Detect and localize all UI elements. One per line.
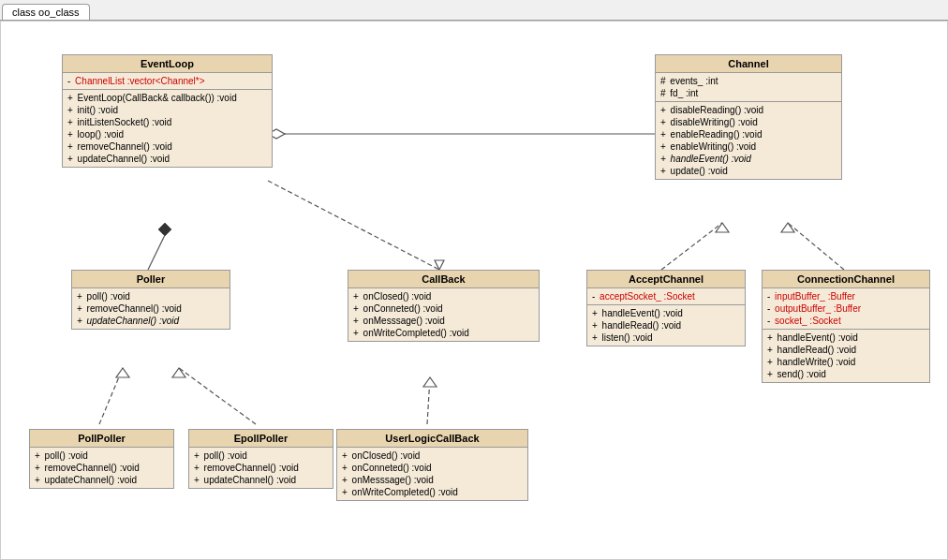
class-epollpoller-methods: + poll() :void + removeChannel() :void +…	[189, 448, 333, 488]
class-epollpoller-title: EpollPoller	[189, 430, 333, 448]
eventloop-m3: + initListenSocket() :void	[67, 116, 267, 128]
eventloop-m1: + EventLoop(CallBack& callback()) :void	[67, 92, 267, 104]
callback-m3: + onMesssage() :void	[353, 315, 534, 327]
channel-m2: + disableWriting() :void	[660, 116, 837, 128]
epollpoller-m2: + removeChannel() :void	[194, 462, 328, 474]
svg-line-4	[268, 181, 439, 270]
callback-m1: + onClosed() :void	[353, 290, 534, 302]
class-callback-methods: + onClosed() :void + onConneted() :void …	[348, 288, 539, 341]
svg-line-10	[427, 377, 430, 424]
class-userlogiccallback-methods: + onClosed() :void + onConneted() :void …	[337, 448, 527, 500]
connectionchannel-attr-1: - inputBuffer_ :Buffer	[767, 290, 925, 302]
class-userlogiccallback: UserLogicCallBack + onClosed() :void + o…	[336, 429, 528, 501]
class-poller-methods: + poll() :void + removeChannel() :void +…	[72, 288, 230, 329]
eventloop-m6: + updateChannel() :void	[67, 153, 267, 165]
svg-line-12	[661, 223, 722, 270]
class-poller: Poller + poll() :void + removeChannel() …	[71, 270, 230, 330]
userlogiccallback-m1: + onClosed() :void	[342, 449, 523, 462]
callback-m4: + onWriteCompleted() :void	[353, 327, 534, 339]
eventloop-m4: + loop() :void	[67, 128, 267, 140]
userlogiccallback-m4: + onWriteCompleted() :void	[342, 486, 523, 498]
class-pollpoller-title: PollPoller	[30, 430, 173, 448]
eventloop-m5: + removeChannel() :void	[67, 140, 267, 153]
userlogiccallback-m2: + onConneted() :void	[342, 462, 523, 474]
class-acceptchannel-methods: + handleEvent() :void + handleRead() :vo…	[587, 305, 745, 346]
eventloop-attr-1: - ChannelList :vector<Channel*>	[67, 75, 267, 87]
channel-m1: + disableReading() :void	[660, 104, 837, 116]
callback-m2: + onConneted() :void	[353, 302, 534, 315]
connectionchannel-m1: + handleEvent() :void	[767, 332, 925, 344]
acceptchannel-m1: + handleEvent() :void	[592, 307, 740, 319]
channel-m3: + enableReading() :void	[660, 128, 837, 140]
userlogiccallback-m3: + onMesssage() :void	[342, 474, 523, 486]
poller-m1: + poll() :void	[77, 290, 225, 302]
connectionchannel-attr-3: - socket_ :Socket	[767, 315, 925, 327]
acceptchannel-m2: + handleRead() :void	[592, 319, 740, 332]
connectionchannel-m3: + handleWrite() :void	[767, 356, 925, 368]
svg-marker-13	[716, 223, 729, 232]
pollpoller-m2: + removeChannel() :void	[35, 462, 169, 474]
class-acceptchannel-attrs: - acceptSocket_ :Socket	[587, 288, 745, 305]
connectionchannel-m4: + send() :void	[767, 368, 925, 380]
svg-marker-11	[423, 377, 437, 387]
svg-marker-7	[116, 368, 129, 377]
pollpoller-m1: + poll() :void	[35, 449, 169, 462]
class-connectionchannel-title: ConnectionChannel	[763, 271, 929, 288]
svg-line-8	[179, 368, 256, 424]
connectionchannel-attr-2: - outputBuffer_ :Buffer	[767, 302, 925, 315]
pollpoller-m3: + updateChannel() :void	[35, 474, 169, 486]
connectionchannel-m2: + handleRead() :void	[767, 344, 925, 356]
channel-m4: + enableWriting() :void	[660, 140, 837, 153]
svg-line-14	[788, 223, 844, 270]
class-channel-attrs: # events_ :int # fd_ :int	[656, 73, 841, 102]
class-pollpoller: PollPoller + poll() :void + removeChanne…	[29, 429, 174, 489]
class-userlogiccallback-title: UserLogicCallBack	[337, 430, 527, 448]
acceptchannel-m3: + listen() :void	[592, 332, 740, 344]
class-channel-title: Channel	[656, 55, 841, 73]
diagram-canvas: EventLoop - ChannelList :vector<Channel*…	[0, 21, 948, 560]
svg-marker-5	[435, 260, 444, 270]
class-pollpoller-methods: + poll() :void + removeChannel() :void +…	[30, 448, 173, 488]
class-channel-methods: + disableReading() :void + disableWritin…	[656, 102, 841, 179]
diagram-tab[interactable]: class oo_class	[2, 4, 90, 20]
epollpoller-m3: + updateChannel() :void	[194, 474, 328, 486]
class-callback: CallBack + onClosed() :void + onConneted…	[348, 270, 540, 342]
class-poller-title: Poller	[72, 271, 230, 288]
class-eventloop-title: EventLoop	[63, 55, 272, 73]
class-connectionchannel-attrs: - inputBuffer_ :Buffer - outputBuffer_ :…	[763, 288, 929, 330]
channel-attr-1: # events_ :int	[660, 75, 837, 87]
class-acceptchannel: AcceptChannel - acceptSocket_ :Socket + …	[586, 270, 746, 346]
svg-marker-1	[158, 223, 171, 236]
class-epollpoller: EpollPoller + poll() :void + removeChann…	[188, 429, 333, 489]
class-connectionchannel: ConnectionChannel - inputBuffer_ :Buffer…	[762, 270, 930, 383]
eventloop-m2: + init() :void	[67, 104, 267, 116]
channel-m6: + update() :void	[660, 165, 837, 177]
class-eventloop-attrs: - ChannelList :vector<Channel*>	[63, 73, 272, 90]
svg-marker-15	[781, 223, 794, 232]
acceptchannel-attr-1: - acceptSocket_ :Socket	[592, 290, 740, 302]
class-connectionchannel-methods: + handleEvent() :void + handleRead() :vo…	[763, 330, 929, 382]
svg-line-6	[99, 368, 123, 424]
class-eventloop-methods: + EventLoop(CallBack& callback()) :void …	[63, 90, 272, 167]
class-eventloop: EventLoop - ChannelList :vector<Channel*…	[62, 54, 273, 168]
channel-m5: + handleEvent() :void	[660, 153, 837, 165]
epollpoller-m1: + poll() :void	[194, 449, 328, 462]
class-acceptchannel-title: AcceptChannel	[587, 271, 745, 288]
svg-marker-9	[172, 368, 185, 377]
class-channel: Channel # events_ :int # fd_ :int + disa…	[655, 54, 842, 180]
poller-m3: + updateChannel() :void	[77, 315, 225, 327]
class-callback-title: CallBack	[348, 271, 539, 288]
poller-m2: + removeChannel() :void	[77, 302, 225, 315]
svg-line-0	[148, 235, 165, 270]
channel-attr-2: # fd_ :int	[660, 87, 837, 99]
